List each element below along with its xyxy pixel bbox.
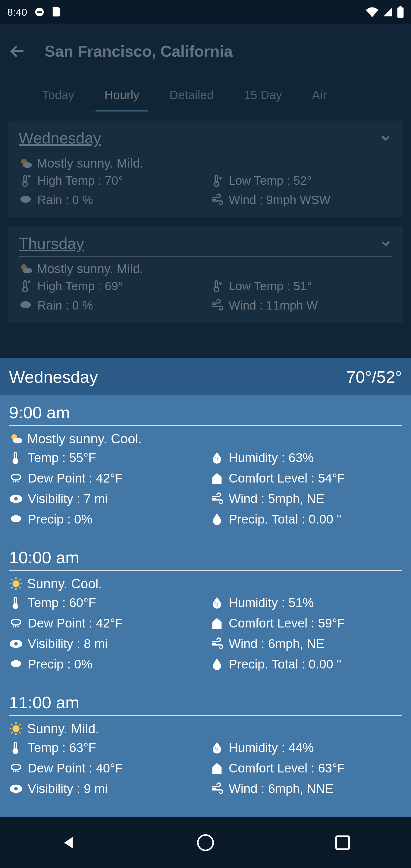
hour-time: 10:00 am bbox=[9, 548, 402, 571]
svg-line-51 bbox=[20, 724, 21, 725]
humidity: Humidity : 51% bbox=[229, 595, 314, 610]
precip-total-icon bbox=[210, 513, 224, 526]
day-card-title: Wednesday bbox=[19, 129, 101, 147]
vis: Visibility : 7 mi bbox=[28, 492, 107, 506]
svg-point-39 bbox=[11, 619, 21, 625]
precip-total-icon bbox=[210, 657, 224, 671]
precip-total: Precip. Total : 0.00 " bbox=[229, 657, 341, 672]
comfort: Comfort Level : 59°F bbox=[229, 616, 345, 630]
thermometer-icon bbox=[9, 451, 23, 465]
precip-icon bbox=[9, 657, 23, 671]
svg-line-34 bbox=[11, 587, 13, 589]
svg-point-21 bbox=[13, 459, 18, 464]
svg-text:%: % bbox=[214, 456, 219, 463]
humidity: Humidity : 63% bbox=[229, 451, 314, 465]
temp: Temp : 55°F bbox=[28, 451, 96, 465]
day-summary: Mostly sunny. Mild. bbox=[37, 156, 144, 170]
nav-recents-button[interactable] bbox=[330, 831, 355, 855]
status-time: 8:40 bbox=[7, 6, 27, 18]
android-status-bar: 8:40 bbox=[0, 0, 411, 24]
svg-point-5 bbox=[23, 162, 32, 168]
svg-line-33 bbox=[20, 587, 21, 589]
hour-summary-text: Sunny. Mild. bbox=[27, 721, 99, 736]
hour-block: 10:00 am Sunny. Cool. Temp : 60°F %Humid… bbox=[0, 540, 411, 685]
temp: Temp : 63°F bbox=[28, 741, 96, 755]
svg-rect-1 bbox=[37, 11, 42, 13]
hour-time: 9:00 am bbox=[9, 403, 402, 426]
thermometer-down-icon bbox=[210, 174, 224, 187]
dew: Dew Point : 42°F bbox=[28, 616, 123, 630]
dewpoint-icon bbox=[9, 761, 23, 775]
svg-rect-2 bbox=[398, 7, 404, 18]
svg-point-41 bbox=[14, 642, 18, 646]
humidity-icon: % bbox=[210, 596, 224, 610]
svg-text:%: % bbox=[214, 746, 219, 752]
svg-point-42 bbox=[11, 660, 22, 667]
thermometer-down-icon bbox=[210, 279, 224, 293]
tab-air[interactable]: Air bbox=[297, 88, 342, 111]
precip-total: Precip. Total : 0.00 " bbox=[229, 512, 341, 527]
humidity: Humidity : 44% bbox=[229, 741, 314, 755]
nav-home-button[interactable] bbox=[193, 831, 218, 855]
wind-icon bbox=[210, 637, 224, 651]
day-card-wednesday[interactable]: Wednesday Mostly sunny. Mild. High Temp … bbox=[8, 121, 403, 217]
precip: Precip : 0% bbox=[28, 512, 93, 527]
rain-pct: Rain : 0 % bbox=[37, 299, 93, 312]
visibility-icon bbox=[9, 492, 23, 506]
comfort: Comfort Level : 54°F bbox=[229, 471, 345, 486]
thermometer-up-icon bbox=[19, 174, 33, 187]
svg-point-17 bbox=[21, 301, 31, 308]
rain-cloud-icon bbox=[19, 193, 33, 207]
hour-summary-text: Sunny. Cool. bbox=[27, 576, 102, 591]
chevron-down-icon bbox=[379, 237, 392, 250]
mostly-sunny-icon bbox=[19, 262, 33, 276]
svg-point-10 bbox=[21, 196, 31, 203]
tab-today[interactable]: Today bbox=[27, 88, 90, 111]
tab-hourly[interactable]: Hourly bbox=[90, 88, 155, 111]
comfort: Comfort Level : 63°F bbox=[229, 761, 345, 775]
app-header: San Francisco, California bbox=[0, 24, 411, 79]
tab-15day[interactable]: 15 Day bbox=[229, 88, 297, 111]
hour-block: 11:00 am Sunny. Mild. Temp : 63°F %Humid… bbox=[0, 685, 411, 810]
page-title: San Francisco, California bbox=[44, 42, 232, 60]
svg-point-27 bbox=[13, 581, 20, 587]
sd-card-icon bbox=[52, 7, 61, 18]
svg-point-19 bbox=[13, 438, 22, 443]
svg-line-32 bbox=[11, 579, 13, 581]
wind-icon bbox=[210, 299, 224, 312]
mostly-sunny-icon bbox=[9, 432, 23, 446]
precip-icon bbox=[9, 513, 23, 526]
sheet-hilow: 70°/52° bbox=[346, 367, 402, 387]
wifi-icon bbox=[366, 7, 378, 17]
comfort-icon bbox=[210, 616, 224, 630]
back-button[interactable] bbox=[8, 42, 27, 60]
background-dimmed-layer: San Francisco, California Today Hourly D… bbox=[0, 24, 411, 358]
low-temp: Low Temp : 51° bbox=[229, 279, 312, 293]
vis: Visibility : 8 mi bbox=[28, 637, 107, 651]
hourly-bottom-sheet[interactable]: Wednesday 70°/52° 9:00 am Mostly sunny. … bbox=[0, 358, 411, 817]
tab-bar: Today Hourly Detailed 15 Day Air bbox=[0, 79, 411, 112]
nav-back-button[interactable] bbox=[56, 831, 81, 855]
sheet-day-title: Wednesday bbox=[9, 367, 98, 387]
precip: Precip : 0% bbox=[28, 657, 93, 672]
day-card-thursday[interactable]: Thursday Mostly sunny. Mild. High Temp :… bbox=[8, 226, 403, 322]
dew: Dew Point : 42°F bbox=[28, 471, 123, 486]
vis: Visibility : 9 mi bbox=[28, 781, 107, 796]
sunny-icon bbox=[9, 577, 23, 591]
sheet-header: Wednesday 70°/52° bbox=[0, 358, 411, 396]
day-summary: Mostly sunny. Mild. bbox=[37, 261, 144, 276]
mostly-sunny-icon bbox=[19, 156, 33, 170]
wind-icon bbox=[210, 782, 224, 796]
wind-text: Wind : 9mph WSW bbox=[229, 193, 330, 207]
rain-pct: Rain : 0 % bbox=[37, 193, 93, 207]
wind: Wind : 6mph, NNE bbox=[229, 781, 334, 796]
comfort-icon bbox=[210, 761, 224, 775]
hour-summary-text: Mostly sunny. Cool. bbox=[27, 431, 142, 446]
tab-detailed[interactable]: Detailed bbox=[154, 88, 229, 111]
sunny-icon bbox=[9, 722, 23, 736]
hour-time: 11:00 am bbox=[9, 692, 402, 716]
dewpoint-icon bbox=[9, 471, 23, 485]
svg-point-37 bbox=[13, 604, 18, 609]
svg-point-55 bbox=[11, 764, 21, 770]
battery-icon bbox=[397, 6, 404, 18]
